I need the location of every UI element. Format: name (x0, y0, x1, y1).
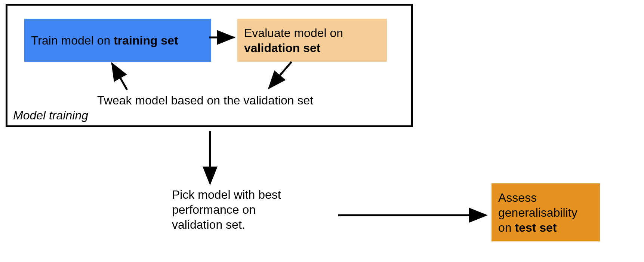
test-line3-bold: test set (515, 221, 557, 234)
test-box: Assess generalisability on test set (492, 183, 600, 241)
train-box-prefix: Train model on (31, 34, 114, 47)
tweak-text: Tweak model based on the validation set (97, 94, 359, 107)
pick-line3: validation set. (172, 217, 333, 232)
validate-bold: validation set (244, 40, 321, 55)
test-line2: generalisability (498, 205, 593, 220)
pick-line1: Pick model with best (172, 187, 333, 202)
model-training-label: Model training (13, 109, 88, 122)
model-training-container: Model training Train model on training s… (6, 4, 413, 127)
validate-box: Evaluate model on validation set (237, 19, 387, 62)
test-line3-prefix: on (498, 221, 515, 234)
pick-line2: performance on (172, 202, 333, 217)
test-line1: Assess (498, 190, 593, 205)
train-box-bold: training set (114, 34, 178, 47)
train-box: Train model on training set (24, 19, 211, 62)
train-box-text: Train model on training set (31, 33, 178, 48)
pick-model-text: Pick model with best performance on vali… (172, 187, 333, 232)
diagram-stage: Model training Train model on training s… (0, 0, 644, 262)
validate-line1: Evaluate model on (244, 25, 343, 40)
test-line3: on test set (498, 220, 593, 235)
